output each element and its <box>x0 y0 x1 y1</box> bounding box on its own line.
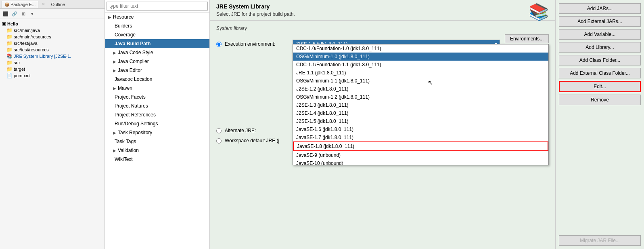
link-editor-btn[interactable]: 🔗 <box>10 10 19 18</box>
tree-item-src-test-resources[interactable]: 📁 src/test/resources <box>0 46 105 53</box>
dropdown-option-11[interactable]: JavaSE-1.7 (jdk1.8.0_111) <box>293 133 548 141</box>
prop-item-java-code-style[interactable]: ▶ Java Code Style <box>105 48 209 57</box>
package-icon: 📦 <box>4 2 9 7</box>
expand-arrow-java-compiler: ▶ <box>113 59 116 64</box>
tab-outline[interactable]: Outline <box>48 1 67 8</box>
prop-item-validation[interactable]: ▶ Validation <box>105 146 209 155</box>
tree-label-src-test-resources: src/test/resources <box>14 47 49 52</box>
prop-label-project-natures: Project Natures <box>115 103 148 109</box>
add-jars-button[interactable]: Add JARs... <box>559 3 641 14</box>
prop-item-coverage[interactable]: Coverage <box>105 30 209 39</box>
tree-item-src-main-java[interactable]: 📁 src/main/java <box>0 27 105 34</box>
prop-label-project-references: Project References <box>115 112 156 118</box>
tab-outline-label: Outline <box>51 2 65 7</box>
expand-arrow-resource: ▶ <box>108 15 111 19</box>
dropdown-option-4[interactable]: OSGi/Minimum-1.1 (jdk1.8.0_111) <box>293 77 548 85</box>
expand-arrow-maven: ▶ <box>113 86 116 91</box>
expand-arrow-java-code-style: ▶ <box>113 51 116 55</box>
file-tree: ▣ Hello 📁 src/main/java 📁 src/main/resou… <box>0 19 105 249</box>
environments-button[interactable]: Environments... <box>505 34 549 43</box>
tab-package-explorer[interactable]: 📦 Package E... <box>2 1 38 8</box>
books-icon: 📚 <box>529 2 549 21</box>
exec-env-dropdown-list[interactable]: CDC-1.0/Foundation-1.0 (jdk1.8.0_111) OS… <box>293 44 549 165</box>
prop-item-javadoc[interactable]: Javadoc Location <box>105 75 209 84</box>
folder-icon-4: 📁 <box>6 47 13 53</box>
alt-jre-radio[interactable] <box>216 128 222 133</box>
prop-item-java-compiler[interactable]: ▶ Java Compiler <box>105 57 209 66</box>
toolbar-btn-4[interactable]: ▾ <box>28 10 36 18</box>
exec-env-row: Execution environment: J2SE-1.5 (jdk1.8.… <box>216 34 549 54</box>
edit-button[interactable]: Edit... <box>559 81 641 92</box>
project-icon: ▣ <box>2 21 6 27</box>
prop-item-project-facets[interactable]: Project Facets <box>105 93 209 101</box>
dropdown-option-1[interactable]: OSGi/Minimum-1.0 (jdk1.8.0_111) <box>293 53 548 61</box>
toolbar-btn-3[interactable]: ⊞ <box>19 10 27 18</box>
alt-jre-label: Alternate JRE: <box>225 128 289 133</box>
tree-label-src: src <box>14 60 20 65</box>
prop-label-java-build-path: Java Build Path <box>115 41 151 46</box>
dropdown-option-13[interactable]: JavaSE-9 (unbound) <box>293 151 548 159</box>
add-external-jars-button[interactable]: Add External JARs... <box>559 16 641 27</box>
tree-item-jre-library[interactable]: 📚 JRE System Library [J2SE-1. <box>0 53 105 59</box>
prop-item-wikitext[interactable]: WikiText <box>105 155 209 164</box>
prop-label-builders: Builders <box>115 23 132 29</box>
dropdown-option-9[interactable]: J2SE-1.5 (jdk1.8.0_111) <box>293 117 548 125</box>
package-explorer-panel: 📦 Package E... ✕ Outline ⬛ 🔗 ⊞ ▾ ▣ Hello… <box>0 0 105 249</box>
remove-button[interactable]: Remove <box>559 95 641 105</box>
tree-item-src[interactable]: 📁 src <box>0 59 105 66</box>
prop-item-maven[interactable]: ▶ Maven <box>105 84 209 93</box>
exec-env-radio[interactable] <box>216 42 222 47</box>
prop-item-java-editor[interactable]: ▶ Java Editor <box>105 66 209 75</box>
tree-label-src-test-java: src/test/java <box>14 41 38 46</box>
exec-env-label: Execution environment: <box>225 41 289 47</box>
dropdown-option-10[interactable]: JavaSE-1.6 (jdk1.8.0_111) <box>293 125 548 133</box>
prop-item-builders[interactable]: Builders <box>105 21 209 30</box>
prop-item-task-repository[interactable]: ▶ Task Repository <box>105 128 209 137</box>
dropdown-option-0[interactable]: CDC-1.0/Foundation-1.0 (jdk1.8.0_111) <box>293 44 548 53</box>
tab-separator: ✕ <box>40 2 47 7</box>
prop-label-java-editor: Java Editor <box>118 68 142 73</box>
tree-item-pom[interactable]: 📄 pom.xml <box>0 72 105 79</box>
prop-label-project-facets: Project Facets <box>115 94 146 100</box>
dropdown-option-12[interactable]: JavaSE-1.8 (jdk1.8.0_111) <box>293 141 548 151</box>
prop-item-resource[interactable]: ▶ Resource <box>105 13 209 21</box>
panel-tabs: 📦 Package E... ✕ Outline <box>0 0 105 9</box>
ws-default-radio[interactable] <box>216 138 222 143</box>
main-panel-title: JRE System Library <box>216 3 549 10</box>
prop-label-validation: Validation <box>118 148 139 153</box>
filter-input[interactable] <box>107 2 208 11</box>
main-panel-subtitle: Select JRE for the project build path. <box>216 11 549 17</box>
pom-icon: 📄 <box>6 73 13 78</box>
add-external-class-folder-button[interactable]: Add External Class Folder... <box>559 68 641 78</box>
prop-label-resource: Resource <box>113 14 134 20</box>
add-variable-button[interactable]: Add Variable... <box>559 29 641 40</box>
add-class-folder-button[interactable]: Add Class Folder... <box>559 55 641 65</box>
dropdown-option-3[interactable]: JRE-1.1 (jdk1.8.0_111) <box>293 69 548 77</box>
prop-item-project-natures[interactable]: Project Natures <box>105 101 209 110</box>
dropdown-option-5[interactable]: J2SE-1.2 (jdk1.8.0_111) <box>293 85 548 93</box>
tree-item-hello[interactable]: ▣ Hello <box>0 21 105 27</box>
main-header: JRE System Library Select JRE for the pr… <box>210 0 555 21</box>
folder-icon-6: 📁 <box>6 66 13 72</box>
prop-item-run-debug[interactable]: Run/Debug Settings <box>105 119 209 128</box>
dropdown-option-7[interactable]: J2SE-1.3 (jdk1.8.0_111) <box>293 101 548 109</box>
dropdown-option-6[interactable]: OSGi/Minimum-1.2 (jdk1.8.0_111) <box>293 93 548 101</box>
tree-item-target[interactable]: 📁 target <box>0 66 105 72</box>
prop-item-task-tags[interactable]: Task Tags <box>105 137 209 146</box>
dropdown-option-14[interactable]: JavaSE-10 (unbound) <box>293 159 548 165</box>
tree-item-src-main-resources[interactable]: 📁 src/main/resources <box>0 34 105 40</box>
add-library-button[interactable]: Add Library... <box>559 42 641 53</box>
dropdown-option-8[interactable]: J2SE-1.4 (jdk1.8.0_111) <box>293 109 548 117</box>
expand-arrow-java-editor: ▶ <box>113 68 116 73</box>
folder-icon-2: 📁 <box>6 34 13 40</box>
migrate-jar-button[interactable]: Migrate JAR File... <box>559 235 641 246</box>
button-spacer <box>559 108 641 233</box>
main-content-panel: 📚 JRE System Library Select JRE for the … <box>210 0 555 249</box>
folder-icon-3: 📁 <box>6 40 13 46</box>
dropdown-option-2[interactable]: CDC-1.1/Foundation-1.1 (jdk1.8.0_111) <box>293 61 548 69</box>
tree-item-src-test-java[interactable]: 📁 src/test/java <box>0 40 105 46</box>
prop-item-project-references[interactable]: Project References <box>105 110 209 119</box>
prop-item-java-build-path[interactable]: Java Build Path <box>105 39 209 48</box>
collapse-all-btn[interactable]: ⬛ <box>2 10 10 18</box>
tree-label-hello: Hello <box>7 21 18 26</box>
